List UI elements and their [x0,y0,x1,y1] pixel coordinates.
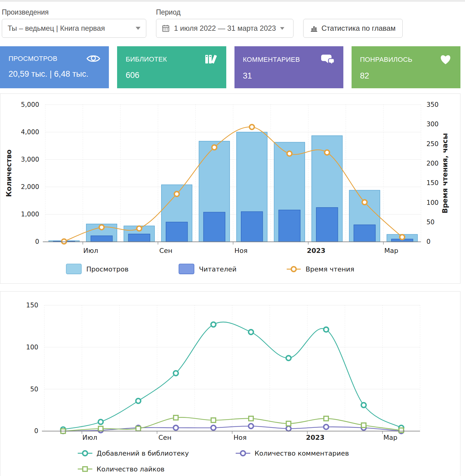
chart-legend: ПросмотровЧитателейВремя чтения [66,264,354,274]
svg-text:3,000: 3,000 [21,156,39,163]
chevron-down-icon [280,27,284,30]
data-point-marker[interactable] [136,398,141,403]
data-point-marker[interactable] [99,426,103,431]
data-point-marker[interactable] [211,322,216,327]
x-axis-label: 2023 [306,434,324,441]
data-point-marker[interactable] [137,226,142,231]
filter-controls: Произведения Ты – ведьмец | Книга первая… [0,2,465,38]
data-point-marker[interactable] [324,425,328,429]
svg-text:50: 50 [30,386,38,393]
data-point-marker[interactable] [287,151,292,156]
svg-text:250: 250 [426,140,439,148]
readers-bar[interactable] [166,222,188,242]
works-select[interactable]: Ты – ведьмец | Книга первая [2,19,146,38]
data-point-marker[interactable] [362,200,367,205]
engagement-chart-panel: ИюлСенНоя2023Мар050100150Добавлений в би… [0,291,460,476]
svg-text:2,000: 2,000 [21,183,39,191]
readers-bar[interactable] [241,212,263,242]
data-point-marker[interactable] [361,403,366,408]
data-point-marker[interactable] [248,424,253,429]
legend-item-reading-time[interactable]: Время чтения [287,265,354,273]
data-point-marker[interactable] [249,124,254,129]
data-point-marker [83,467,87,471]
data-point-marker[interactable] [286,421,291,426]
data-point-marker[interactable] [62,239,67,244]
data-point-marker[interactable] [286,356,291,361]
svg-text:0: 0 [34,427,38,435]
data-point-marker[interactable] [173,425,178,430]
libraries-card: БИБЛИОТЕК 606 [117,46,226,88]
speech-bubbles-icon [321,54,335,65]
likes-card-title: ПОНРАВИЛОСЬ [360,56,412,64]
chapter-stats-button-label: Статистика по главам [321,24,396,33]
works-label: Произведения [2,7,146,17]
readers-bar[interactable] [279,210,300,242]
svg-text:150: 150 [426,179,439,187]
books-icon [204,54,218,65]
svg-text:0: 0 [426,238,430,245]
svg-text:Количество комментариев: Количество комментариев [255,450,349,457]
x-axis-label: Июл [82,434,97,441]
x-axis: ИюлСенНоя2023Мар [43,242,421,254]
works-group: Произведения Ты – ведьмец | Книга первая [2,7,146,38]
data-point-marker[interactable] [98,419,103,424]
data-point-marker[interactable] [286,426,291,431]
readers-bar[interactable] [91,236,113,242]
svg-text:100: 100 [426,199,439,206]
calendar-icon [162,24,170,32]
svg-text:150: 150 [26,302,38,309]
x-axis-label: Сен [159,247,172,254]
comments-card-value: 31 [243,71,335,81]
data-point-marker[interactable] [211,425,216,430]
data-point-marker[interactable] [99,225,104,230]
chevron-down-icon [136,27,141,30]
data-point-marker[interactable] [174,415,178,420]
svg-text:5,000: 5,000 [21,101,39,108]
data-point-marker [83,451,88,456]
library-comments-likes-chart: ИюлСенНоя2023Мар050100150Добавлений в би… [0,292,460,476]
data-point-marker[interactable] [174,191,179,196]
period-picker[interactable]: 1 июля 2022 — 31 марта 2023 [156,19,293,38]
legend-item-views[interactable]: Просмотров [66,264,129,274]
data-point-marker [291,267,296,271]
chapter-stats-button[interactable]: Статистика по главам [303,19,403,38]
data-point-marker [241,451,245,456]
data-point-marker[interactable] [324,416,328,421]
data-point-marker[interactable] [324,150,329,155]
data-point-marker[interactable] [173,371,178,376]
x-axis-label: Мар [384,247,398,254]
legend-item-comments-count[interactable]: Количество комментариев [236,450,349,457]
readers-bar[interactable] [128,234,150,242]
period-label: Период [156,7,293,17]
likes-card-value: 82 [360,71,452,81]
period-group: Период 1 июля 2022 — 31 марта 2023 [156,7,293,38]
views-card-title: ПРОСМОТРОВ [9,55,57,63]
x-axis-label: Ноя [234,434,247,441]
y-axis-labels: 050100150 [26,302,38,435]
legend-item-library-adds[interactable]: Добавлений в библиотеку [78,450,189,457]
data-point-marker[interactable] [400,235,404,240]
readers-bar[interactable] [354,225,375,242]
data-point-marker[interactable] [324,327,328,332]
readers-bar[interactable] [203,212,225,242]
period-value: 1 июля 2022 — 31 марта 2023 [174,24,276,33]
data-point-marker[interactable] [249,416,253,421]
data-point-marker[interactable] [136,426,141,431]
x-axis: ИюлСенНоя2023Мар [42,431,420,441]
svg-text:4,000: 4,000 [21,128,39,136]
activity-chart-panel: ИюлСенНоя2023Мар01,0002,0003,0004,0005,0… [0,93,460,284]
left-axis-name: Количество [5,149,13,197]
data-point-marker[interactable] [212,145,217,150]
data-point-marker[interactable] [399,428,404,432]
svg-text:350: 350 [426,101,439,108]
readers-bar[interactable] [316,208,338,242]
bar-chart-icon [310,25,318,32]
legend-item-readers[interactable]: Читателей [179,264,237,274]
legend-item-likes-count[interactable]: Количество лайков [78,465,165,473]
data-point-marker[interactable] [361,423,366,428]
right-axis-name: Время чтения, часы [441,133,449,213]
data-point-marker[interactable] [211,418,216,422]
views-card-value: 20,59 тыс. | 6,48 тыс. [9,69,100,79]
svg-text:100: 100 [26,344,38,351]
data-point-marker[interactable] [248,330,253,334]
